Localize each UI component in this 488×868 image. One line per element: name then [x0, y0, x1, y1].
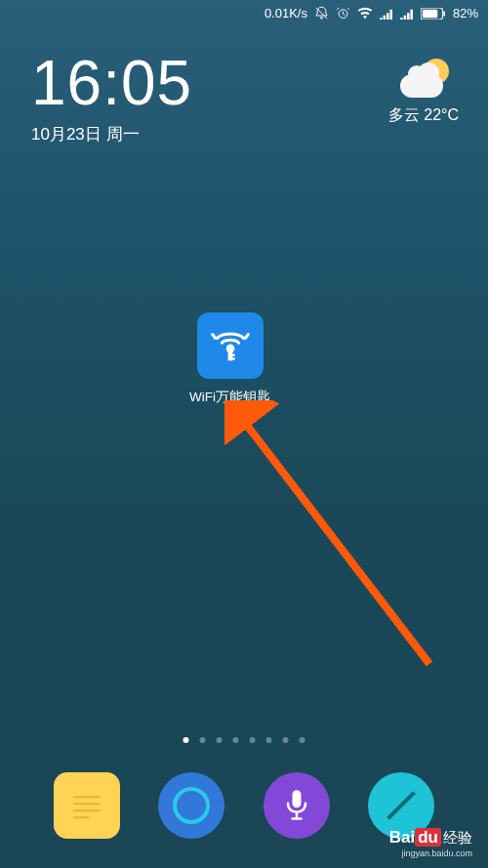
watermark-logo: Baidu经验 [389, 828, 472, 847]
battery-percent: 82% [453, 6, 478, 21]
weather-text: 多云 22°C [388, 105, 459, 126]
app-icon [197, 312, 264, 379]
svg-rect-3 [423, 9, 437, 18]
svg-marker-11 [226, 408, 250, 428]
svg-rect-13 [73, 803, 101, 806]
app-wifi-key[interactable]: WiFi万能钥匙 [189, 312, 270, 406]
svg-rect-15 [73, 816, 89, 819]
page-dot [283, 737, 289, 743]
page-dot [183, 737, 189, 743]
page-dot [217, 737, 223, 743]
annotation-arrow [224, 400, 449, 683]
time-display: 16:05 [31, 47, 192, 119]
clock-widget[interactable]: 16:05 10月23日 周一 [31, 47, 192, 145]
page-dot [266, 737, 272, 743]
signal-icon-1 [380, 8, 393, 20]
dock-app-voice[interactable] [264, 772, 330, 839]
weather-cloudy-icon [398, 57, 449, 98]
alarm-icon [336, 6, 350, 21]
svg-rect-4 [443, 11, 445, 16]
svg-line-10 [239, 415, 429, 664]
app-label: WiFi万能钥匙 [189, 389, 270, 406]
svg-rect-7 [230, 354, 234, 356]
page-dot [200, 737, 206, 743]
dock-app-cortana[interactable] [158, 772, 224, 839]
page-dot [233, 737, 239, 743]
network-speed: 0.01K/s [264, 6, 307, 21]
signal-icon-2 [400, 8, 414, 20]
page-indicator [183, 737, 305, 743]
page-dot [250, 737, 256, 743]
status-bar: 0.01K/s 82% [264, 6, 478, 21]
wifi-icon [357, 7, 373, 20]
page-dot [300, 737, 305, 743]
battery-icon [421, 8, 446, 20]
weather-widget[interactable]: 多云 22°C [388, 57, 459, 126]
dock-app-notes[interactable] [54, 772, 120, 839]
watermark: Baidu经验 jingyan.baidu.com [389, 828, 472, 858]
svg-rect-16 [292, 790, 301, 807]
svg-rect-8 [230, 357, 234, 359]
svg-rect-14 [73, 809, 101, 812]
svg-rect-12 [73, 796, 101, 799]
date-display: 10月23日 周一 [31, 123, 192, 145]
dnd-icon [314, 6, 329, 21]
watermark-url: jingyan.baidu.com [389, 848, 472, 858]
